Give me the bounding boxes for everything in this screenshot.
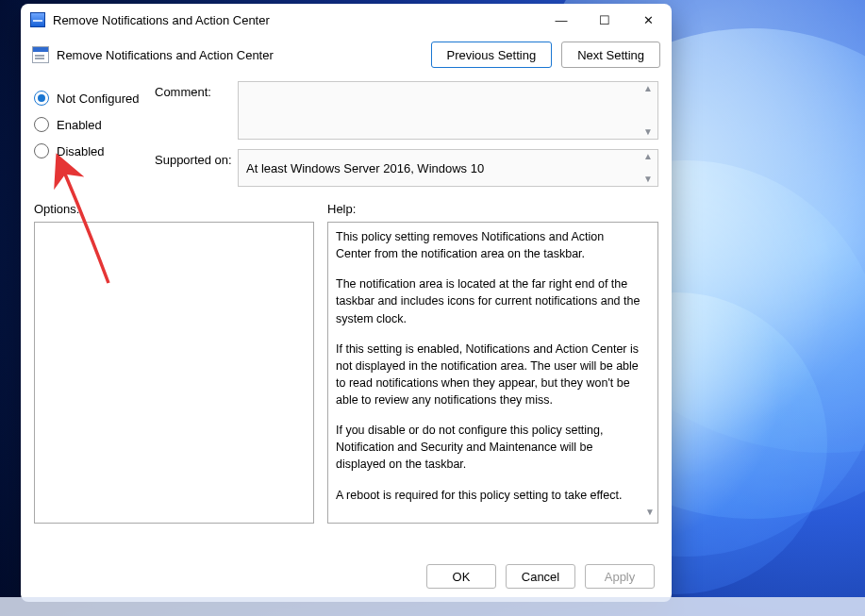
taskbar[interactable] [0, 597, 865, 616]
state-radio-group: Not Configured Enabled Disabled [34, 81, 147, 187]
cancel-button[interactable]: Cancel [506, 564, 575, 589]
scroll-up-icon: ▲ [640, 152, 656, 161]
apply-button[interactable]: Apply [585, 564, 655, 589]
help-paragraph: This policy setting removes Notification… [336, 228, 640, 262]
radio-indicator [34, 143, 49, 158]
supported-on-field: At least Windows Server 2016, Windows 10… [238, 149, 658, 187]
maximize-icon: ☐ [599, 13, 610, 27]
radio-indicator [34, 91, 49, 106]
dialog-footer: OK Cancel Apply [21, 553, 672, 602]
supported-scroll[interactable]: ▲ ▼ [640, 152, 656, 184]
scroll-down-icon: ▼ [640, 175, 656, 184]
help-label: Help: [327, 202, 356, 216]
next-setting-button[interactable]: Next Setting [561, 42, 660, 68]
radio-indicator [34, 117, 49, 132]
close-icon: ✕ [643, 13, 654, 27]
minimize-button[interactable]: — [540, 6, 583, 34]
policy-header-title: Remove Notifications and Action Center [57, 48, 422, 62]
scroll-up-icon: ▲ [640, 84, 656, 93]
help-paragraph: If you disable or do not configure this … [336, 422, 640, 473]
comment-label: Comment: [155, 81, 238, 99]
policy-object-icon [30, 12, 45, 27]
scroll-down-icon: ▼ [640, 127, 656, 137]
window-title: Remove Notifications and Action Center [53, 13, 270, 27]
comment-scroll[interactable]: ▲ ▼ [640, 84, 656, 137]
options-label: Options: [34, 202, 314, 216]
minimize-icon: — [556, 13, 568, 27]
help-paragraph: If this setting is enabled, Notification… [336, 341, 640, 409]
help-paragraph: The notification area is located at the … [336, 275, 640, 326]
radio-label: Enabled [57, 118, 102, 132]
radio-not-configured[interactable]: Not Configured [34, 85, 147, 111]
scroll-down-icon[interactable]: ▼ [645, 506, 655, 520]
comment-textarea[interactable]: ▲ ▼ [238, 81, 658, 140]
title-bar[interactable]: Remove Notifications and Action Center —… [21, 4, 672, 36]
ok-button[interactable]: OK [426, 564, 496, 589]
close-button[interactable]: ✕ [626, 6, 670, 34]
policy-template-icon [32, 46, 49, 63]
radio-disabled[interactable]: Disabled [34, 138, 147, 164]
radio-enabled[interactable]: Enabled [34, 111, 147, 138]
radio-label: Disabled [57, 144, 105, 158]
radio-label: Not Configured [57, 92, 139, 106]
maximize-button[interactable]: ☐ [583, 6, 626, 34]
header-row: Remove Notifications and Action Center P… [21, 36, 672, 77]
help-paragraph: A reboot is required for this policy set… [336, 487, 640, 504]
supported-on-label: Supported on: [155, 149, 238, 167]
supported-on-value: At least Windows Server 2016, Windows 10 [246, 161, 484, 175]
options-pane [34, 222, 314, 524]
help-pane[interactable]: This policy setting removes Notification… [327, 222, 658, 524]
previous-setting-button[interactable]: Previous Setting [431, 42, 553, 68]
policy-dialog-window: Remove Notifications and Action Center —… [21, 4, 672, 602]
desktop-background: Remove Notifications and Action Center —… [0, 0, 865, 616]
